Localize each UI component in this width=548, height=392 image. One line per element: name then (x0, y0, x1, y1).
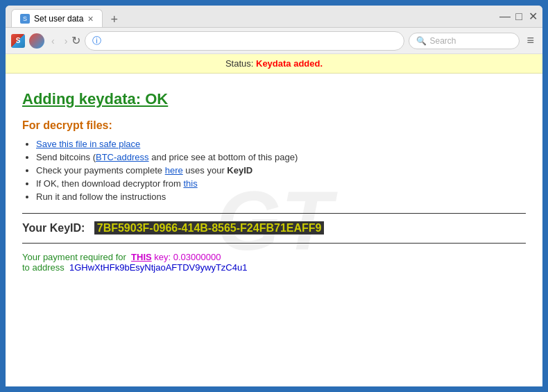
payment-this-link[interactable]: THIS (131, 252, 152, 262)
keyid-label: Your KeyID: (22, 222, 85, 234)
list-item: Send bitcoins (BTC-address and price see… (36, 152, 526, 162)
address-bar[interactable]: ⓘ (85, 31, 404, 51)
toolbar: S ‹ › ↻ ⓘ 🔍 Search ≡ (6, 28, 542, 54)
address-label: to address (22, 262, 65, 273)
list-item: If OK, then download decryptor from this (36, 178, 526, 189)
close-button[interactable]: ✕ (529, 12, 537, 21)
main-title: Adding keydata: OK (22, 90, 526, 108)
minimize-button[interactable]: — (501, 12, 509, 21)
search-placeholder: Search (429, 36, 456, 46)
reload-button[interactable]: ↻ (71, 34, 80, 47)
section-title: For decrypt files: (22, 119, 526, 132)
save-file-link[interactable]: Save this file in safe place (36, 139, 140, 149)
tab-close-button[interactable]: × (87, 14, 93, 24)
tab-favicon: S (20, 14, 30, 24)
menu-button[interactable]: ≡ (524, 32, 537, 49)
info-icon: ⓘ (92, 35, 101, 47)
active-tab[interactable]: S Set user data × (11, 9, 103, 27)
divider-top (22, 213, 526, 214)
btc-address-link[interactable]: BTC-address (96, 152, 149, 162)
status-value: Keydata added. (256, 58, 323, 69)
tab-title: Set user data (34, 14, 83, 24)
search-box[interactable]: 🔍 Search (409, 33, 520, 49)
page-inner: Adding keydata: OK For decrypt files: Sa… (6, 74, 542, 281)
payment-line1: Your payment required for THIS key: 0.03… (22, 252, 526, 262)
page-status-bar: Status: Keydata added. (6, 54, 542, 74)
tab-bar: S Set user data × + (11, 6, 495, 27)
list-item: Run it and follow the instructions (36, 191, 526, 202)
here-link[interactable]: here (165, 165, 183, 176)
this-link[interactable]: this (183, 178, 197, 189)
title-bar: S Set user data × + — □ ✕ (6, 6, 542, 28)
forward-button[interactable]: › (62, 34, 71, 48)
back-button[interactable]: ‹ (49, 34, 58, 48)
browser-window: S Set user data × + — □ ✕ S ‹ › ↻ ⓘ 🔍 Se… (6, 6, 542, 386)
new-tab-button[interactable]: + (105, 12, 124, 27)
payment-line2: to address 1GHwXtHFk9bEsyNtjaoAFTDV9ywyT… (22, 262, 526, 273)
status-label: Status: (225, 58, 253, 69)
payment-section: Your payment required for THIS key: 0.03… (22, 252, 526, 273)
maximize-button[interactable]: □ (515, 12, 523, 21)
search-icon: 🔍 (416, 36, 427, 46)
payment-address: 1GHwXtHFk9bEsyNtjaoAFTDV9ywyTzC4u1 (69, 262, 247, 273)
keyid-section: Your KeyID: 7BF5903F-0966-414B-8565-F24F… (22, 222, 526, 235)
profile-button[interactable] (29, 33, 44, 49)
payment-amount: key: 0.03000000 (154, 252, 221, 262)
instructions-list: Save this file in safe place Send bitcoi… (36, 139, 526, 202)
browser-favicon: S (11, 34, 25, 48)
keyid-value: 7BF5903F-0966-414B-8565-F24FB71EAFF9 (94, 221, 325, 235)
list-item: Save this file in safe place (36, 139, 526, 149)
page-content: GT Status: Keydata added. Adding keydata… (6, 54, 542, 386)
divider-bottom (22, 243, 526, 244)
payment-label: Your payment required for (22, 252, 126, 262)
list-item: Check your payments complete here uses y… (36, 165, 526, 176)
window-controls: — □ ✕ (501, 12, 537, 21)
